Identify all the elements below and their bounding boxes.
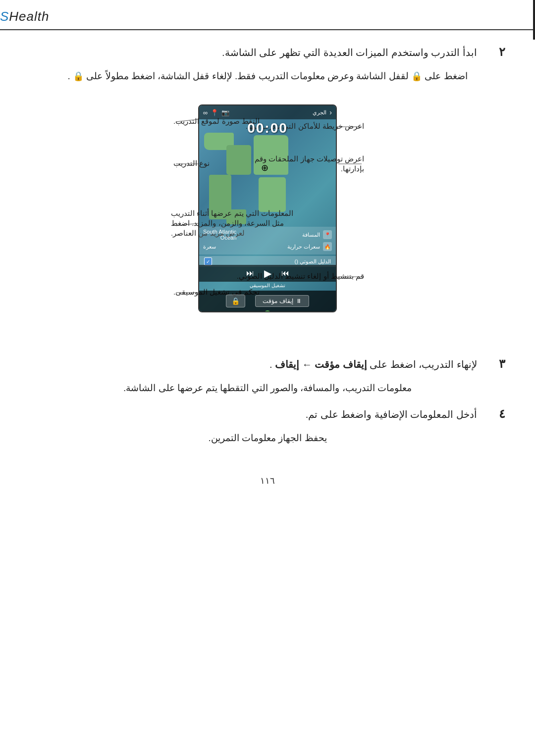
step-3-text: لإنهاء التدريب، اضغط على إيقاف مؤقت ← إي… — [269, 357, 477, 372]
topbar-icons: 📷 📍 ∞ — [203, 109, 229, 116]
svg-line-9 — [176, 223, 198, 226]
calories-label: سعرات حرارية — [287, 244, 320, 250]
step-4-number: ٤ — [483, 407, 505, 421]
lock-icon-2: 🔒 — [73, 71, 84, 81]
pause-label: إيقاف مؤقت — [263, 298, 293, 304]
map-land-6 — [226, 209, 246, 224]
chevron-icon: ‹ — [329, 108, 332, 116]
timer-display: 00:00 — [247, 120, 288, 136]
step-2-row: ٢ ابدأ التدرب واستخدم الميزات العديدة ال… — [30, 45, 505, 60]
step-4-subtext: يحفظ الجهاز معلومات التمرين. — [30, 431, 505, 446]
page-number: ١١٦ — [0, 475, 535, 496]
step2-period: . — [67, 71, 70, 81]
distance-icon: 📍 — [323, 230, 332, 239]
pause-button[interactable]: ⏸ إيقاف مؤقت — [255, 295, 309, 307]
header-s: S — [0, 9, 9, 24]
svg-line-2 — [176, 119, 198, 122]
info-section: 📍 المسافة South AtlanticOcean 🔥 سعرات حر… — [199, 227, 336, 254]
step-3-row: ٣ لإنهاء التدريب، اضغط على إيقاف مؤقت ← … — [30, 357, 505, 372]
lock-icon-phone: 🔒 — [231, 297, 240, 305]
header-line — [533, 0, 535, 40]
audio-checkbox[interactable]: ✓ — [204, 257, 212, 265]
calories-icon: 🔥 — [323, 242, 332, 251]
step-2-subtext: اضغط على 🔒 لقفل الشاشة وعرض معلومات التد… — [30, 69, 505, 84]
music-title-label: تشغيل الموسيقى — [250, 283, 285, 288]
infinity-icon[interactable]: ∞ — [203, 109, 208, 116]
play-button[interactable]: ▶ — [264, 267, 271, 279]
step-4-text: أدخل المعلومات الإضافية واضغط على تم. — [306, 407, 477, 422]
music-controls: ⏮ ▶ ⏭ — [199, 265, 336, 282]
map-land-2 — [226, 145, 251, 175]
phone-bottom: ⏸ إيقاف مؤقت 🔒 — [199, 291, 336, 311]
audio-guide-label: الدليل الصوتي () — [295, 258, 331, 265]
step3-part1: لإنهاء التدريب، اضغط على — [370, 359, 477, 370]
step2-part2: لقفل الشاشة وعرض معلومات التدريب فقط. لإ… — [84, 71, 409, 81]
header-title: SHealth — [0, 9, 50, 24]
lock-button[interactable]: 🔒 — [226, 295, 245, 307]
lock-icon-1: 🔒 — [411, 71, 422, 81]
next-button[interactable]: ⏭ — [246, 269, 254, 278]
map-land-5 — [259, 177, 286, 212]
step2-part1: اضغط على — [422, 71, 468, 81]
prev-button[interactable]: ⏮ — [281, 269, 289, 278]
distance-row: 📍 المسافة South AtlanticOcean — [203, 229, 332, 241]
topbar-label: الجري — [313, 109, 326, 116]
phone-annotation-area: ‹ الجري 📷 📍 ∞ 00:00 ⊕ 📍 المسافة — [45, 95, 490, 342]
main-content: ٢ ابدأ التدرب واستخدم الميزات العديدة ال… — [0, 45, 535, 446]
phone-screen: ‹ الجري 📷 📍 ∞ 00:00 ⊕ 📍 المسافة — [198, 104, 337, 312]
step-3-block: ٣ لإنهاء التدريب، اضغط على إيقاف مؤقت ← … — [30, 357, 505, 396]
pin-icon[interactable]: 📍 — [211, 109, 218, 116]
distance-label: المسافة — [302, 232, 320, 238]
topbar-left: ‹ الجري — [313, 108, 332, 116]
step3-period: . — [269, 359, 272, 370]
camera-icon[interactable]: 📷 — [221, 109, 229, 116]
location-marker: ⊕ — [261, 162, 268, 173]
svg-text:بإدارتها.: بإدارتها. — [341, 164, 364, 173]
step3-bold1: إيقاف مؤقت — [315, 359, 367, 370]
step-3-subtext: معلومات التدريب، والمسافة، والصور التي ا… — [30, 381, 505, 396]
calories-row: 🔥 سعرات حرارية سعرة — [203, 242, 332, 251]
step-4-row: ٤ أدخل المعلومات الإضافية واضغط على تم. — [30, 407, 505, 422]
calories-value: سعرة — [203, 244, 216, 250]
step-2-text: ابدأ التدرب واستخدم الميزات العديدة التي… — [222, 45, 477, 60]
phone-topbar: ‹ الجري 📷 📍 ∞ — [199, 105, 336, 119]
step3-arrow: ← — [299, 359, 312, 370]
step-3-number: ٣ — [483, 357, 505, 371]
map-land-3 — [254, 135, 288, 175]
step-2-block: ٢ ابدأ التدرب واستخدم الميزات العديدة ال… — [30, 45, 505, 84]
page-header: SHealth — [0, 0, 535, 30]
step3-bold2: إيقاف — [275, 359, 299, 370]
distance-value: South AtlanticOcean — [203, 229, 236, 241]
step-2-number: ٢ — [483, 45, 505, 59]
pause-icon: ⏸ — [296, 298, 302, 304]
step-4-block: ٤ أدخل المعلومات الإضافية واضغط على تم. … — [30, 407, 505, 446]
